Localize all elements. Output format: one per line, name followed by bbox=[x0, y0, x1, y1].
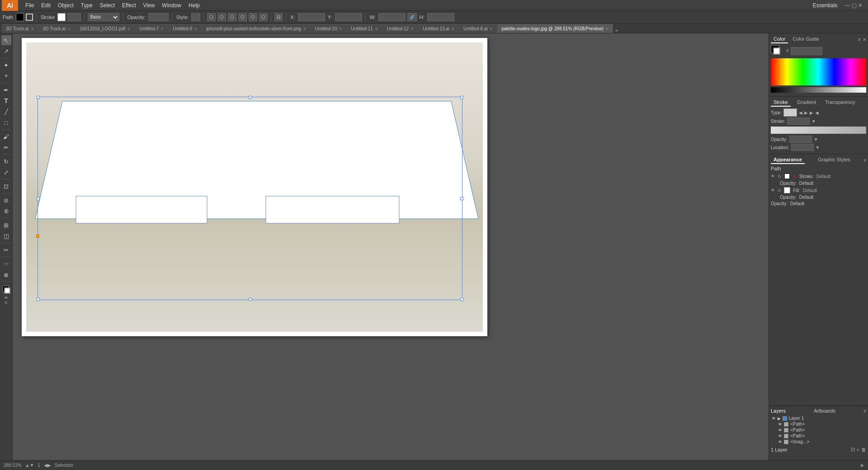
canvas-area[interactable] bbox=[13, 33, 769, 460]
color-brightness[interactable] bbox=[771, 87, 866, 93]
tool-blend[interactable]: ⑧ bbox=[1, 206, 11, 216]
menu-edit[interactable]: Edit bbox=[38, 1, 54, 9]
tab-appearance[interactable]: Appearance bbox=[771, 156, 805, 164]
layer-expand-0[interactable]: ▶ bbox=[778, 416, 781, 421]
menu-view[interactable]: View bbox=[140, 1, 159, 9]
layer-row-0[interactable]: 👁 ▶ Layer 1 bbox=[771, 415, 866, 421]
stroke-color[interactable] bbox=[57, 13, 66, 21]
x-input[interactable]: 223.011 px bbox=[298, 13, 325, 21]
tool-free-transform[interactable]: ⊡ bbox=[1, 181, 11, 191]
transform-btn[interactable]: ⊡ bbox=[274, 13, 283, 21]
appearance-menu[interactable]: ≡ bbox=[863, 158, 866, 163]
fill-swatch[interactable] bbox=[16, 13, 24, 21]
tab-11[interactable]: palette-ovales-logo.jpg @ 288.51% (RGB/P… bbox=[497, 24, 613, 33]
menu-object[interactable]: Object bbox=[54, 1, 77, 9]
align-right-btn[interactable]: ⬡ bbox=[228, 13, 236, 21]
grad-type-swatch[interactable] bbox=[783, 108, 797, 117]
page-nav[interactable]: ◀▶ bbox=[44, 463, 51, 468]
layers-delete-btn[interactable]: 🗑 bbox=[861, 446, 866, 452]
y-input[interactable]: 122.037 px bbox=[335, 13, 362, 21]
constrain-btn[interactable]: 🔗 bbox=[407, 13, 417, 21]
align-center-btn[interactable]: ⬡ bbox=[217, 13, 226, 21]
tool-pen[interactable]: ✒ bbox=[1, 85, 11, 95]
tab-artboards[interactable]: Artboards bbox=[814, 408, 835, 414]
layer-eye-3[interactable]: 👁 bbox=[778, 434, 782, 438]
stroke-width-input[interactable] bbox=[67, 13, 81, 21]
tab-5[interactable]: iphone8-plus-sasktel-boltmobile-silver-f… bbox=[202, 24, 311, 33]
align-top-btn[interactable]: ⬡ bbox=[238, 13, 247, 21]
grad-location-input[interactable] bbox=[791, 144, 814, 151]
color-hex-input[interactable]: 000000 bbox=[791, 47, 822, 55]
tab-close-11[interactable]: ✕ bbox=[605, 27, 609, 31]
none-icon[interactable]: ⊘ bbox=[5, 301, 8, 305]
align-left-btn[interactable]: ⬡ bbox=[207, 13, 216, 21]
layers-make-mask-btn[interactable]: ⊡ bbox=[851, 446, 855, 452]
grad-type-remove[interactable]: ◀ bbox=[815, 110, 819, 115]
menu-window[interactable]: Window bbox=[158, 1, 185, 9]
tool-rotate[interactable]: ↻ bbox=[1, 156, 11, 166]
tool-direct-selection[interactable]: ↗ bbox=[1, 46, 11, 56]
tab-close-5[interactable]: ✕ bbox=[303, 27, 307, 31]
grad-type-next[interactable]: ▶ bbox=[804, 110, 808, 115]
essentials-label[interactable]: Essentials bbox=[809, 1, 841, 9]
tool-gradient[interactable]: ◫ bbox=[1, 231, 11, 241]
grad-type-prev[interactable]: ◀ bbox=[799, 110, 802, 115]
align-bottom-btn[interactable]: ⬡ bbox=[259, 13, 268, 21]
layers-new-layer-btn[interactable]: + bbox=[857, 446, 859, 452]
layer-row-2[interactable]: 👁 <Path> bbox=[771, 427, 866, 433]
tab-graphic-styles[interactable]: Graphic Styles bbox=[815, 156, 853, 164]
tab-color-guide[interactable]: Color Guide bbox=[790, 35, 822, 43]
tool-rect[interactable]: □ bbox=[1, 118, 11, 127]
color-indicator[interactable] bbox=[771, 45, 784, 56]
tool-selection[interactable]: ↖ bbox=[1, 35, 11, 45]
opacity-input[interactable]: 100% bbox=[148, 13, 169, 21]
layer-eye-4[interactable]: 👁 bbox=[778, 440, 782, 444]
tab-stroke[interactable]: Stroke bbox=[771, 99, 791, 107]
gradient-bar[interactable] bbox=[771, 127, 866, 134]
stroke-appearance-swatch[interactable] bbox=[784, 173, 790, 179]
stroke-target-icon[interactable]: ⊙ bbox=[778, 174, 781, 179]
grad-stroke-input[interactable] bbox=[787, 118, 810, 125]
tab-close-4[interactable]: ✕ bbox=[194, 27, 198, 31]
fill-stroke-control[interactable] bbox=[1, 285, 11, 295]
color-panel-menu[interactable]: ≡ bbox=[858, 37, 861, 42]
tool-pencil[interactable]: ✏ bbox=[1, 142, 11, 152]
tab-9[interactable]: Untitled-13.ai ✕ bbox=[419, 24, 459, 33]
tool-zoom[interactable]: ⊕ bbox=[1, 270, 11, 280]
fill-appearance-swatch[interactable] bbox=[784, 187, 790, 193]
tab-close-6[interactable]: ✕ bbox=[339, 27, 342, 31]
color-panel-close[interactable]: ✕ bbox=[863, 37, 866, 42]
grad-type-add[interactable]: ▶ bbox=[810, 110, 813, 115]
layer-eye-1[interactable]: 👁 bbox=[778, 422, 782, 427]
tab-3[interactable]: Untitled-7 ✕ bbox=[135, 24, 168, 33]
window-controls[interactable]: — ▢ ✕ bbox=[841, 1, 866, 9]
tool-scissors[interactable]: ✂ bbox=[1, 245, 11, 255]
tool-hand[interactable]: ☞ bbox=[1, 259, 11, 269]
tab-0[interactable]: 3D Truck.ai ✕ bbox=[2, 24, 38, 33]
tab-4[interactable]: Untitled-9 ✕ bbox=[169, 24, 202, 33]
menu-type[interactable]: Type bbox=[77, 1, 96, 9]
tool-mesh[interactable]: ⊞ bbox=[1, 220, 11, 230]
tab-10[interactable]: Untitled-8.ai ✕ bbox=[459, 24, 497, 33]
tab-close-1[interactable]: ✕ bbox=[67, 27, 71, 31]
tab-close-9[interactable]: ✕ bbox=[451, 27, 455, 31]
menu-effect[interactable]: Effect bbox=[118, 1, 139, 9]
fill-target-icon[interactable]: ⊙ bbox=[778, 188, 781, 193]
tab-7[interactable]: Untitled-11 ✕ bbox=[347, 24, 382, 33]
swap-icon[interactable]: ⇄ bbox=[5, 296, 8, 300]
tab-1[interactable]: 3D Truck.ai ✕ bbox=[39, 24, 75, 33]
stroke-visibility-icon[interactable]: 👁 bbox=[771, 174, 775, 179]
layer-row-3[interactable]: 👁 <Path> bbox=[771, 433, 866, 439]
tab-close-7[interactable]: ✕ bbox=[375, 27, 378, 31]
fill-visibility-icon[interactable]: 👁 bbox=[771, 188, 775, 193]
layer-eye-2[interactable]: 👁 bbox=[778, 428, 782, 432]
h-input[interactable]: 127.205 px bbox=[427, 13, 454, 21]
tab-close-8[interactable]: ✕ bbox=[410, 27, 414, 31]
grad-opacity-input[interactable] bbox=[789, 136, 812, 143]
color-stroke-box[interactable] bbox=[773, 47, 780, 55]
tab-close-2[interactable]: ✕ bbox=[127, 27, 131, 31]
grad-opacity-down[interactable]: ▼ bbox=[814, 137, 818, 142]
tool-scale[interactable]: ⤢ bbox=[1, 167, 11, 177]
tool-paintbrush[interactable]: 🖌 bbox=[1, 132, 11, 141]
tool-type[interactable]: T bbox=[1, 96, 11, 106]
